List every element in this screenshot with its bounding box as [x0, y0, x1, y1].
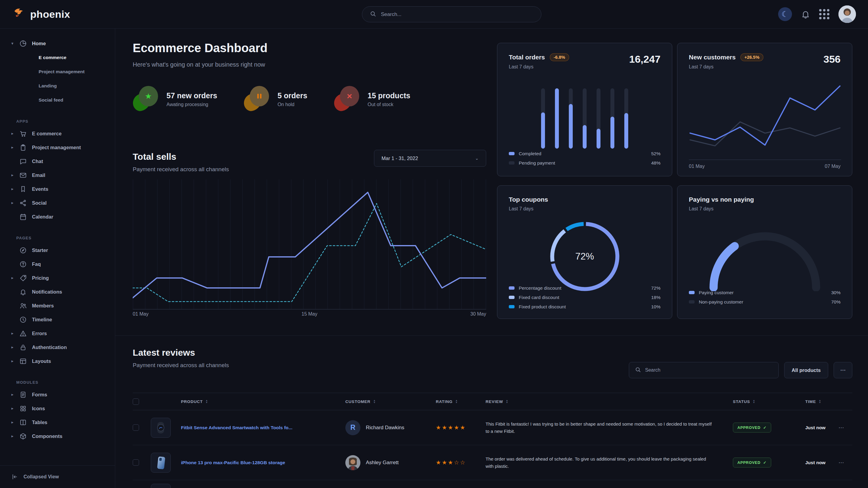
out-of-stock-icon: × [334, 86, 360, 112]
all-products-button[interactable]: All products [784, 362, 828, 378]
sidebar-item-ecommerce-app[interactable]: ▸ E commerce [11, 127, 110, 140]
calendar-icon [19, 213, 32, 221]
sidebar-subitem-ecommerce[interactable]: E commerce [11, 50, 110, 65]
customer-cell[interactable]: R Richard Dawkins [345, 420, 436, 435]
collapsed-view-toggle[interactable]: Collapsed View [0, 465, 115, 488]
column-header-status[interactable]: STATUS▲▼ [733, 399, 805, 404]
sidebar-item-icons[interactable]: ▸ Icons [11, 401, 110, 415]
theme-toggle-button[interactable]: ☾ [778, 7, 792, 21]
reviews-search[interactable] [629, 362, 779, 378]
compass-icon [19, 247, 32, 254]
brand-name: phoenix [30, 8, 70, 20]
shopping-cart-icon [19, 130, 32, 137]
reviews-menu-button[interactable]: ⋯ [834, 362, 852, 378]
sidebar-item-project-management-app[interactable]: ▸ Project management [11, 140, 110, 154]
row-menu-button[interactable]: ⋯ [838, 424, 852, 431]
notifications-button[interactable] [801, 10, 810, 19]
sidebar-item-home[interactable]: ▾ Home [11, 36, 110, 50]
sidebar-item-label: Email [32, 172, 45, 178]
chevron-right-icon: ▸ [11, 173, 19, 177]
legend-fixed-card-discount: Fixed card discount 18% [509, 293, 660, 302]
clock-icon [19, 316, 32, 323]
product-link[interactable]: iPhone 13 pro max-Pacific Blue-128GB sto… [181, 460, 345, 465]
sidebar-item-notifications[interactable]: Notifications [11, 285, 110, 299]
column-header-product[interactable]: PRODUCT▲▼ [181, 399, 345, 404]
row-checkbox[interactable] [133, 459, 139, 466]
select-all-checkbox[interactable] [133, 398, 139, 405]
customer-cell[interactable]: Ashley Garrett [345, 455, 436, 470]
row-menu-button[interactable]: ⋯ [838, 459, 852, 466]
paying-gauge-chart [702, 225, 828, 291]
sidebar-item-label: Notifications [32, 289, 62, 295]
reviews-search-input[interactable] [645, 367, 772, 373]
card-title: Total orders [509, 54, 545, 61]
sidebar-item-email[interactable]: ▸ Email [11, 168, 110, 182]
sidebar-subitem-landing[interactable]: Landing [11, 79, 110, 93]
sidebar-item-label: Tables [32, 420, 48, 425]
reviews-table: PRODUCT▲▼ CUSTOMER▲▼ RATING▲▼ REVIEW▲▼ S… [133, 393, 852, 488]
global-search[interactable] [362, 6, 541, 22]
sidebar-subitem-social-feed[interactable]: Social feed [11, 93, 110, 107]
sidebar-item-label: Home [32, 41, 46, 46]
sidebar-item-label: Authentication [32, 345, 67, 350]
date-range-select[interactable]: Mar 1 - 31, 2022 ⌄ [374, 150, 486, 167]
product-thumbnail-smartwatch[interactable] [151, 418, 171, 438]
sort-icon: ▲▼ [456, 399, 458, 403]
sidebar-item-members[interactable]: Members [11, 299, 110, 313]
document-icon [19, 391, 32, 398]
chevron-right-icon: ▸ [11, 131, 19, 136]
total-orders-bar-chart [497, 88, 672, 149]
card-title: Top coupons [509, 196, 548, 203]
product-thumbnail-iphone[interactable] [151, 453, 171, 473]
column-header-review[interactable]: REVIEW▲▼ [486, 399, 733, 404]
new-orders-icon: ★ [133, 86, 159, 112]
product-thumbnail[interactable] [151, 484, 171, 488]
sidebar-item-calendar[interactable]: Calendar [11, 210, 110, 224]
sidebar-item-events[interactable]: ▸ Events [11, 182, 110, 196]
sidebar-item-social[interactable]: ▸ Social [11, 196, 110, 210]
card-period: Last 7 days [689, 206, 754, 212]
stat-out-of-stock: × 15 products Out of stock [334, 86, 410, 112]
bell-icon [801, 10, 810, 19]
smartwatch-image [153, 420, 168, 435]
paying-vs-nonpaying-card: Paying vs non paying Last 7 days Paying … [677, 185, 852, 319]
sidebar-subitem-project-management[interactable]: Project management [11, 65, 110, 79]
on-hold-icon [244, 86, 270, 112]
column-header-customer[interactable]: CUSTOMER▲▼ [345, 399, 436, 404]
brand-logo[interactable]: phoenix [12, 7, 70, 22]
apps-menu-button[interactable] [819, 9, 829, 19]
sidebar-item-chat[interactable]: Chat [11, 154, 110, 168]
total-sells-subtitle: Payment received across all channels [133, 166, 229, 173]
avatar-photo [838, 5, 856, 23]
sidebar-item-tables[interactable]: ▸ Tables [11, 415, 110, 429]
user-avatar[interactable] [838, 5, 856, 23]
sidebar-item-faq[interactable]: Faq [11, 257, 110, 271]
sidebar-item-errors[interactable]: ▸ Errors [11, 326, 110, 340]
product-link[interactable]: Fitbit Sense Advanced Smartwatch with To… [181, 425, 345, 430]
sidebar-item-starter[interactable]: Starter [11, 243, 110, 257]
sidebar-item-label: Starter [32, 248, 48, 253]
stat-sub: On hold [277, 102, 307, 107]
chevron-down-icon: ⌄ [475, 156, 478, 161]
table-header-row: PRODUCT▲▼ CUSTOMER▲▼ RATING▲▼ REVIEW▲▼ S… [133, 393, 852, 410]
envelope-icon [19, 171, 32, 179]
stat-sub: Awating processing [166, 102, 217, 107]
column-header-time[interactable]: TIME▲▼ [805, 399, 838, 404]
sidebar-item-timeline[interactable]: Timeline [11, 313, 110, 326]
sidebar-item-forms[interactable]: ▸ Forms [11, 388, 110, 401]
customer-avatar-photo [345, 455, 361, 470]
customer-name: Ashley Garrett [366, 460, 399, 466]
row-checkbox[interactable] [133, 424, 139, 431]
search-icon [370, 11, 376, 18]
review-text: The order was delivered ahead of schedul… [486, 455, 733, 470]
sidebar-item-pricing[interactable]: ▸ Pricing [11, 271, 110, 285]
sidebar-item-layouts[interactable]: ▸ Layouts [11, 354, 110, 368]
page-subtitle: Here's what's going on at your business … [133, 61, 265, 68]
chat-bubble-icon [19, 158, 32, 165]
search-input[interactable] [381, 11, 533, 18]
column-header-rating[interactable]: RATING▲▼ [436, 399, 486, 404]
sidebar-item-authentication[interactable]: ▸ Authentication [11, 340, 110, 354]
rating-stars: ★★★☆☆ [436, 459, 486, 466]
sidebar-item-components[interactable]: ▸ Components [11, 429, 110, 443]
total-sells-x-axis: 01 May 15 May 30 May [133, 312, 486, 317]
